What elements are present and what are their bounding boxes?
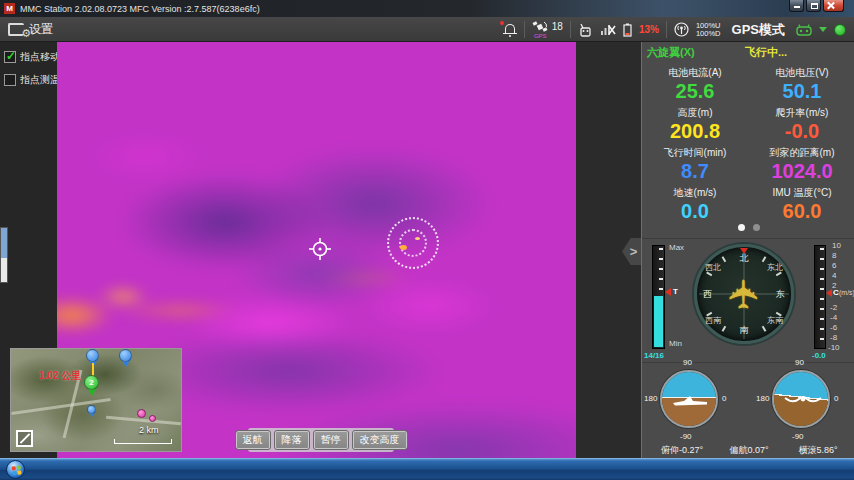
maximize-button[interactable] [806,0,821,12]
alert-bell-button[interactable] [503,23,517,37]
roll-readout: 横滚5.86° [782,444,854,457]
telemetry-imu-temp: IMU 温度(°C) 60.0 [749,186,854,222]
minimap[interactable]: 1.02 公里 2 2 km [10,348,182,452]
page-dot-inactive[interactable] [753,224,760,231]
telemetry-current: 电池电流(A) 25.6 [642,66,748,102]
telemetry-altitude: 高度(m) 200.8 [642,106,748,142]
link-quality: 100%U 100%D [696,22,721,38]
map-marker-dot[interactable] [149,415,156,422]
distance-label: 1.02 公里 [39,369,81,383]
point-temp-option[interactable]: 指点测温 [4,73,60,87]
point-temp-checkbox[interactable] [4,74,16,86]
telemetry-panel: 六旋翼(X) 飞行中... 电池电流(A) 25.6 电池电压(V) 50.1 … [641,42,854,458]
point-move-checkbox[interactable]: ✓ [4,51,16,63]
window-title: MMC Station 2.02.08.0723 MFC Version :2.… [20,4,260,14]
aircraft-icon: ✈ [724,277,764,311]
app-icon: M [4,3,15,14]
datalink-antenna-icon [674,22,689,37]
chevron-down-icon[interactable] [819,27,827,32]
plane-front-icon [783,392,823,406]
windows-flag-icon [11,465,20,474]
plane-side-icon [671,393,711,409]
telemetry-voltage: 电池电压(V) 50.1 [749,66,854,102]
compass-southwest: 西南 [705,315,721,326]
change-altitude-button[interactable]: 改变高度 [353,431,407,449]
throttle-t-label: T [673,287,678,296]
compass-northeast: 东北 [767,262,783,273]
compass-south: 南 [740,324,749,337]
throttle-min-label: Min [669,339,682,348]
alert-badge [500,21,504,25]
map-expand-button[interactable] [16,430,33,447]
start-button[interactable] [6,460,25,479]
pitch-readout: 俯仰-0.27° [646,444,718,457]
satellite-count: 18 [552,21,563,32]
point-temp-label: 指点测温 [20,73,60,87]
waypoint-pin[interactable] [119,349,132,367]
sidebar-collapse-handle[interactable] [0,227,8,283]
telemetry-home-distance: 到家的距离(m) 1024.0 [749,146,854,182]
page-dot-active[interactable] [738,224,745,231]
compass-east: 东 [776,288,785,301]
home-pin[interactable] [87,405,96,417]
window-titlebar: M MMC Station 2.02.08.0723 MFC Version :… [0,0,854,17]
minimize-icon [794,6,800,8]
mmc-station-window: M MMC Station 2.02.08.0723 MFC Version :… [0,0,854,480]
roll-indicator [772,370,830,428]
downlink-percent: 100%D [696,30,721,38]
compass-northwest: 西北 [705,262,721,273]
hotspot-dot [400,245,407,250]
battery-percent: 13% [639,24,659,35]
climb-c-label: C [833,288,839,297]
window-controls [789,0,844,12]
flight-status-label: 飞行中... [745,45,787,60]
status-cluster: GPS 18 13% 100%U [503,17,846,42]
panel-pagination [642,224,854,231]
minimize-button[interactable] [789,0,804,12]
compass-southeast: 东南 [767,315,783,326]
toolbar-divider [524,21,525,38]
compass-dial: ✈ 北 南 东 西 东北 西北 东南 西南 [694,244,794,344]
drone-pin[interactable]: 2 [84,375,99,396]
vehicle-type-label: 六旋翼(X) [647,45,695,60]
connection-status-indicator [834,24,846,36]
check-icon: ✓ [6,49,16,63]
flight-mode-label: GPS模式 [732,21,785,39]
point-target-marker [387,217,439,269]
telemetry-ground-speed: 地速(m/s) 0.0 [642,186,748,222]
remote-controller-icon [578,23,593,37]
maximize-icon [811,3,818,9]
yaw-readout: 偏航0.07° [716,444,782,457]
pause-button[interactable]: 暂停 [314,431,348,449]
map-scale-bar [114,439,172,444]
climb-value: -0.0 [812,351,826,360]
rc-gamepad-icon[interactable] [796,24,812,36]
heading-compass: ✈ 北 南 东 西 东北 西北 东南 西南 [692,242,796,346]
settings-label: 设置 [29,21,53,38]
settings-button[interactable]: ⚙ 设置 [8,21,53,38]
map-marker-dot[interactable] [137,409,146,418]
gps-status: GPS 18 [532,21,563,39]
telemetry-flight-time: 飞行时间(min) 8.7 [642,146,748,182]
point-move-option[interactable]: ✓ 指点移动 [4,50,60,64]
battery-icon [623,23,632,37]
center-reticle-icon [309,238,331,260]
throttle-value: 14/16 [644,351,664,360]
compass-north: 北 [740,252,749,265]
close-button[interactable] [823,0,844,12]
throttle-fill [654,296,663,347]
settings-icon: ⚙ [8,23,24,36]
map-scale-label: 2 km [139,425,159,435]
windows-taskbar: e ▶ M ▲ 16:40 2018/8/13 [0,458,854,480]
climb-unit-label: (m/s) [839,289,854,296]
land-button[interactable]: 降落 [275,431,309,449]
telemetry-climb-rate: 爬升率(m/s) -0.0 [749,106,854,142]
throttle-marker-icon [665,288,671,296]
point-move-label: 指点移动 [20,50,60,64]
return-home-button[interactable]: 返航 [236,431,270,449]
throttle-gauge [652,245,665,349]
flight-command-bar: 返航 降落 暂停 改变高度 [248,428,394,452]
climb-gauge [814,245,826,349]
pitch-indicator [660,370,718,428]
throttle-max-label: Max [669,243,684,252]
